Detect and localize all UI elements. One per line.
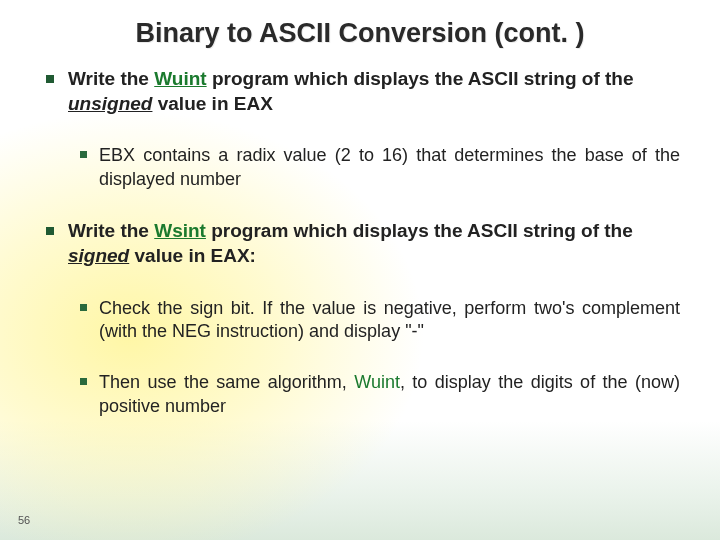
- bullet-marker-icon: [46, 227, 54, 235]
- bullet-1: Write the Wuint program which displays t…: [46, 67, 680, 116]
- bullet-2a-text: Check the sign bit. If the value is nega…: [99, 297, 680, 344]
- program-name: Wuint: [154, 68, 206, 89]
- slide-content: Write the Wuint program which displays t…: [0, 49, 720, 418]
- bullet-2: Write the Wsint program which displays t…: [46, 219, 680, 268]
- bullet-1-text: Write the Wuint program which displays t…: [68, 67, 680, 116]
- bullet-marker-icon: [46, 75, 54, 83]
- bullet-marker-icon: [80, 378, 87, 385]
- bullet-1a: EBX contains a radix value (2 to 16) tha…: [46, 144, 680, 191]
- bullet-2-text: Write the Wsint program which displays t…: [68, 219, 680, 268]
- program-name: Wsint: [154, 220, 206, 241]
- bullet-2b: Then use the same algorithm, Wuint, to d…: [46, 371, 680, 418]
- bullet-2b-text: Then use the same algorithm, Wuint, to d…: [99, 371, 680, 418]
- page-number: 56: [18, 514, 30, 526]
- slide-title: Binary to ASCII Conversion (cont. ): [0, 0, 720, 49]
- bullet-marker-icon: [80, 304, 87, 311]
- bullet-1a-text: EBX contains a radix value (2 to 16) tha…: [99, 144, 680, 191]
- bullet-marker-icon: [80, 151, 87, 158]
- bullet-2a: Check the sign bit. If the value is nega…: [46, 297, 680, 344]
- program-name: Wuint: [354, 372, 400, 392]
